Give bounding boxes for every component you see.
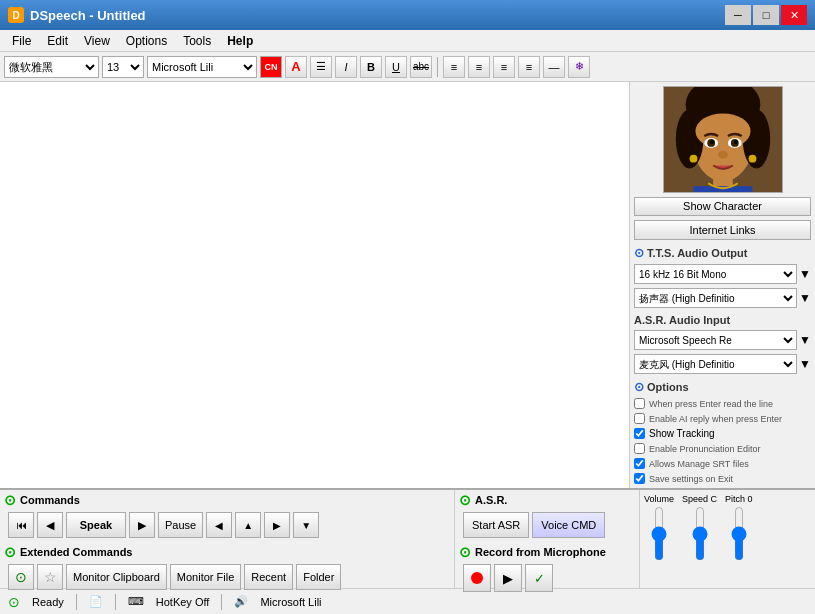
voice-select[interactable]: Microsoft Lili (147, 56, 257, 78)
confirm-icon: ✓ (534, 571, 545, 586)
toolbar: 微软雅黑 13 Microsoft Lili CN A ☰ I B U abc … (0, 52, 815, 82)
font-name-select[interactable]: 微软雅黑 (4, 56, 99, 78)
tts-output-dropdown-icon[interactable]: ▼ (799, 267, 811, 281)
tts-output-select[interactable]: 16 kHz 16 Bit Mono (634, 264, 797, 284)
read-enter-checkbox[interactable] (634, 398, 645, 409)
menu-view[interactable]: View (76, 32, 118, 50)
svg-point-14 (718, 151, 728, 159)
format-bold-btn[interactable]: A (285, 56, 307, 78)
bullets-btn[interactable]: ☰ (310, 56, 332, 78)
strikethrough-btn[interactable]: abc (410, 56, 432, 78)
record-section: ⊙ Record from Microphone ▶ ✓ (455, 542, 639, 596)
align-left-btn[interactable]: ≡ (443, 56, 465, 78)
asr-device-dropdown-icon[interactable]: ▼ (799, 357, 811, 371)
italic-btn[interactable]: I (335, 56, 357, 78)
manage-srt-checkbox[interactable] (634, 458, 645, 469)
menu-options[interactable]: Options (118, 32, 175, 50)
asr-device-select[interactable]: 麦克风 (High Definitio (634, 354, 797, 374)
pitch-slider-group: Pitch 0 (725, 494, 753, 584)
menu-tools[interactable]: Tools (175, 32, 219, 50)
bold-btn[interactable]: B (360, 56, 382, 78)
svg-rect-16 (693, 186, 752, 192)
folder-button[interactable]: Folder (296, 564, 341, 590)
svg-point-18 (748, 155, 756, 163)
nav-down-button[interactable]: ▼ (293, 512, 319, 538)
ai-reply-checkbox[interactable] (634, 413, 645, 424)
tts-device-dropdown-icon[interactable]: ▼ (799, 291, 811, 305)
record-buttons: ▶ ✓ (459, 562, 635, 594)
ext-star-btn[interactable]: ☆ (37, 564, 63, 590)
app-title: DSpeech - Untitled (30, 8, 146, 23)
align-center-btn[interactable]: ≡ (468, 56, 490, 78)
bottom-area: ⊙ Commands ⏮ ◀ Speak ▶ Pause ◀ ▲ ▶ ▼ ⊙ E… (0, 488, 815, 588)
maximize-button[interactable]: □ (753, 5, 779, 25)
show-tracking-label: Show Tracking (649, 428, 715, 439)
recent-button[interactable]: Recent (244, 564, 293, 590)
play-button[interactable]: ▶ (494, 564, 522, 592)
asr-section: ⊙ A.S.R. Start ASR Voice CMD (455, 490, 639, 542)
sliders-panel: Volume Speed C Pitch 0 (640, 490, 815, 588)
align-justify-btn[interactable]: ≡ (518, 56, 540, 78)
extended-commands-header: ⊙ Extended Commands (4, 544, 450, 562)
pitch-slider[interactable] (729, 506, 749, 561)
volume-slider[interactable] (649, 506, 669, 561)
volume-label: Volume (644, 494, 674, 504)
font-size-select[interactable]: 13 (102, 56, 144, 78)
character-svg (664, 86, 782, 193)
pause-button[interactable]: Pause (158, 512, 203, 538)
svg-point-17 (689, 155, 697, 163)
record-button[interactable] (463, 564, 491, 592)
ext-green-btn[interactable]: ⊙ (8, 564, 34, 590)
commands-header: ⊙ Commands (4, 492, 450, 510)
asr-input-row: Microsoft Speech Re ▼ (634, 330, 811, 350)
menu-edit[interactable]: Edit (39, 32, 76, 50)
start-asr-button[interactable]: Start ASR (463, 512, 529, 538)
asr-input-dropdown-icon[interactable]: ▼ (799, 333, 811, 347)
status-sep-3 (221, 594, 222, 610)
show-character-button[interactable]: Show Character (634, 197, 811, 217)
asr-label: A.S.R. (475, 494, 507, 506)
flag-button[interactable]: CN (260, 56, 282, 78)
internet-links-button[interactable]: Internet Links (634, 220, 811, 240)
prev-button[interactable]: ◀ (37, 512, 63, 538)
right-panel: Show Character Internet Links ⊙ T.T.S. A… (630, 82, 815, 488)
special-btn[interactable]: ❄ (568, 56, 590, 78)
monitor-clipboard-button[interactable]: Monitor Clipboard (66, 564, 167, 590)
menu-file[interactable]: File (4, 32, 39, 50)
extended-commands-label: Extended Commands (20, 546, 132, 558)
confirm-button[interactable]: ✓ (525, 564, 553, 592)
align-right-btn[interactable]: ≡ (493, 56, 515, 78)
status-sep-1 (76, 594, 77, 610)
underline-btn[interactable]: U (385, 56, 407, 78)
minimize-button[interactable]: ─ (725, 5, 751, 25)
speed-label: Speed C (682, 494, 717, 504)
monitor-file-button[interactable]: Monitor File (170, 564, 241, 590)
next-button[interactable]: ▶ (129, 512, 155, 538)
pronunciation-checkbox[interactable] (634, 443, 645, 454)
voice-cmd-button[interactable]: Voice CMD (532, 512, 605, 538)
close-button[interactable]: ✕ (781, 5, 807, 25)
menu-help[interactable]: Help (219, 32, 261, 50)
svg-point-7 (695, 114, 750, 149)
speed-slider[interactable] (690, 506, 710, 561)
asr-buttons: Start ASR Voice CMD (459, 510, 635, 540)
line-btn[interactable]: — (543, 56, 565, 78)
titlebar: D DSpeech - Untitled ─ □ ✕ (0, 0, 815, 30)
hotkey-label: HotKey Off (156, 596, 210, 608)
back-to-start-button[interactable]: ⏮ (8, 512, 34, 538)
show-tracking-checkbox[interactable] (634, 428, 645, 439)
nav-up-button[interactable]: ▲ (235, 512, 261, 538)
status-doc-icon: 📄 (89, 595, 103, 608)
options-icon: ⊙ (634, 380, 644, 394)
play-icon: ▶ (503, 571, 513, 586)
avatar (663, 86, 783, 193)
record-dot (471, 572, 483, 584)
nav-left-button[interactable]: ◀ (206, 512, 232, 538)
nav-right-button[interactable]: ▶ (264, 512, 290, 538)
save-settings-checkbox[interactable] (634, 473, 645, 484)
tts-device-select[interactable]: 扬声器 (High Definitio (634, 288, 797, 308)
asr-input-select[interactable]: Microsoft Speech Re (634, 330, 797, 350)
option-manage-srt: Allows Manage SRT files (634, 458, 811, 469)
speak-button[interactable]: Speak (66, 512, 126, 538)
text-editor[interactable] (0, 82, 629, 488)
